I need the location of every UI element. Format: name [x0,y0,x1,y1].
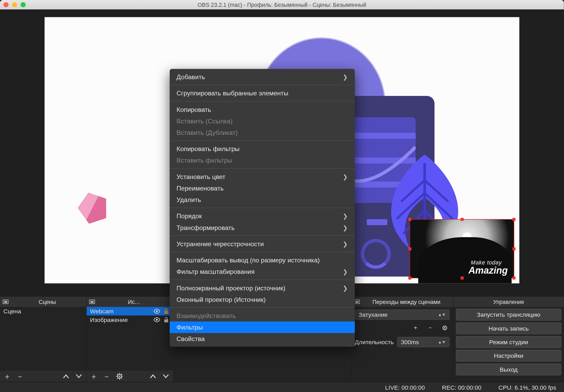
transition-select[interactable]: Затухание ▲▼ [355,309,449,320]
chevron-right-icon: ❯ [343,268,348,275]
svg-point-4 [156,310,158,312]
eye-icon[interactable] [153,308,160,315]
menu-item[interactable]: Копировать [170,103,355,115]
undock-icon[interactable] [89,299,95,305]
maximize-icon[interactable] [21,2,26,7]
resize-handle[interactable] [512,276,515,279]
updown-icon: ▲▼ [438,340,445,344]
menu-item-label: Вставить (Ссылка) [177,117,233,125]
resize-handle[interactable] [512,247,515,250]
webcam-source[interactable]: Make today Amazing [410,219,514,278]
chevron-right-icon: ❯ [343,212,348,219]
transitions-panel: Переходы между сценами Затухание ▲▼ ＋ － … [351,297,453,382]
source-properties-button[interactable] [115,372,124,381]
window-title: OBS 23.2.1 (mac) - Профиль: Безымянный -… [0,2,564,8]
control-button[interactable]: Настройки [456,350,561,362]
scenes-list[interactable]: Сцена [0,307,86,371]
menu-item-label: Установить цвет [177,173,225,180]
menu-item[interactable]: Порядок❯ [170,210,355,222]
menu-item[interactable]: Сгруппировать выбранные элементы [170,87,355,99]
source-row[interactable]: Изображение [87,315,173,324]
menu-item[interactable]: Устранение чересстрочности❯ [170,238,355,250]
chevron-right-icon: ❯ [343,284,348,291]
svg-line-15 [121,378,122,379]
menu-item[interactable]: Установить цвет❯ [170,171,355,182]
resize-handle[interactable] [408,247,411,250]
menu-separator [170,168,355,169]
unlock-icon[interactable] [163,316,170,323]
menu-item[interactable]: Удалить [170,194,355,205]
add-transition-button[interactable]: ＋ [411,323,420,333]
resize-handle[interactable] [408,218,411,221]
preview-area[interactable]: Make today Amazing Добавить❯Сгруппироват… [0,9,564,296]
add-source-button[interactable]: ＋ [89,372,99,381]
menu-item[interactable]: Переименовать [170,182,355,194]
webcam-feed: Make today Amazing [410,220,514,278]
control-button[interactable]: Начать запись [456,322,561,334]
source-down-button[interactable] [161,372,171,381]
menu-item-label: Взаимодействовать [177,312,236,319]
scenes-title: Сцены [11,299,84,305]
menu-item[interactable]: Масштабировать вывод (по размеру источни… [170,254,355,266]
add-scene-button[interactable]: ＋ [3,372,12,381]
transitions-title: Переходы между сценами [363,299,450,305]
resize-handle[interactable] [512,218,515,221]
menu-item-label: Порядок [177,212,202,220]
menu-item[interactable]: Полноэкранный проектор (источник)❯ [170,282,355,293]
status-rec: REC: 00:00:00 [442,384,481,390]
resize-handle[interactable] [461,276,464,279]
chevron-right-icon: ❯ [343,240,348,247]
menu-separator [170,252,355,252]
scenes-panel: Сцены Сцена ＋ － [0,297,87,382]
gear-icon[interactable] [440,323,449,333]
svg-rect-29 [356,301,358,303]
menu-item[interactable]: Оконный проектор (Источник) [170,294,355,305]
resize-handle[interactable] [461,218,464,221]
duration-value: 300ms [401,339,419,345]
menu-item[interactable]: Трансформировать❯ [170,222,355,233]
svg-rect-3 [91,301,93,303]
scene-up-button[interactable] [61,372,71,381]
illustration-gem [74,188,112,226]
menu-item: Вставить (Дубликат) [170,127,355,138]
control-button[interactable]: Режим студии [456,336,561,348]
svg-rect-1 [4,301,7,303]
menu-item-label: Устранение чересстрочности [177,240,264,247]
source-name: Webcam [90,308,151,315]
webcam-text-line2: Amazing [469,265,508,276]
close-icon[interactable] [3,2,9,7]
duration-input[interactable]: 300ms ▲▼ [397,337,449,347]
sources-list[interactable]: WebcamИзображение [87,307,173,371]
menu-item[interactable]: Фильтры [170,321,355,333]
transition-current: Затухание [359,311,388,318]
eye-icon[interactable] [153,316,160,323]
svg-line-16 [117,378,118,379]
minimize-icon[interactable] [12,2,17,7]
updown-icon: ▲▼ [438,313,445,316]
menu-item-label: Оконный проектор (Источник) [177,296,266,303]
remove-scene-button[interactable]: － [15,372,25,381]
source-up-button[interactable] [148,372,158,381]
control-button[interactable]: Запустить трансляцию [456,309,561,321]
menu-item-label: Копировать фильтры [177,145,240,152]
sources-toolbar: ＋ － [87,371,173,382]
control-button[interactable]: Выход [456,364,561,376]
undock-icon[interactable] [354,299,360,305]
remove-transition-button[interactable]: － [426,323,435,333]
menu-item-label: Удалить [177,196,201,203]
scene-down-button[interactable] [74,372,83,381]
menu-item[interactable]: Свойства [170,333,355,344]
menu-item[interactable]: Фильтр масштабирования❯ [170,266,355,277]
menu-item[interactable]: Копировать фильтры [170,143,355,154]
menu-item-label: Переименовать [177,185,224,192]
remove-source-button[interactable]: － [102,372,111,381]
chevron-right-icon: ❯ [343,73,348,80]
menu-item-label: Добавить [177,73,205,80]
chevron-right-icon: ❯ [343,173,348,180]
scene-row[interactable]: Сцена [0,307,86,315]
menu-item[interactable]: Добавить❯ [170,71,355,83]
source-row[interactable]: Webcam [87,307,173,315]
lock-icon[interactable] [163,308,170,315]
undock-icon[interactable] [3,299,9,305]
resize-handle[interactable] [408,276,411,279]
